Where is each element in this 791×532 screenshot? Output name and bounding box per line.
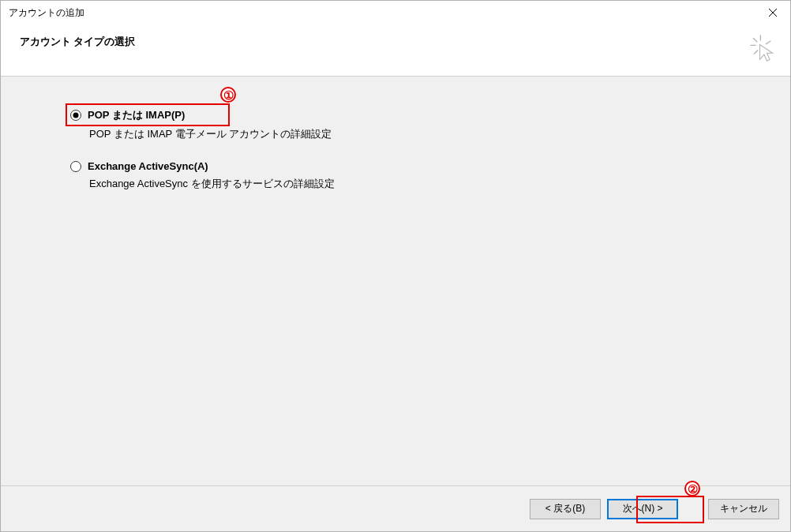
option-pop-imap-desc: POP または IMAP 電子メール アカウントの詳細設定: [89, 127, 790, 141]
radio-pop-imap[interactable]: [70, 110, 81, 121]
svg-line-5: [754, 51, 758, 54]
content-area: POP または IMAP(P) POP または IMAP 電子メール アカウント…: [1, 77, 790, 485]
option-exchange-activesync[interactable]: Exchange ActiveSync(A) Exchange ActiveSy…: [70, 160, 790, 191]
back-button[interactable]: < 戻る(B): [530, 499, 601, 519]
svg-line-6: [753, 38, 757, 42]
option-eas-label: Exchange ActiveSync(A): [88, 160, 208, 172]
radio-eas[interactable]: [70, 161, 81, 172]
cursor-decoration-icon: [749, 34, 778, 62]
account-type-options: POP または IMAP(P) POP または IMAP 電子メール アカウント…: [70, 108, 790, 191]
option-eas-head: Exchange ActiveSync(A): [70, 160, 790, 172]
close-button[interactable]: [755, 1, 790, 24]
window-title: アカウントの追加: [9, 6, 84, 20]
wizard-footer: < 戻る(B) 次へ(N) > キャンセル: [1, 485, 790, 531]
annotation-marker-1: ①: [220, 87, 236, 103]
cancel-button[interactable]: キャンセル: [708, 499, 779, 519]
option-eas-desc: Exchange ActiveSync を使用するサービスの詳細設定: [89, 177, 790, 191]
option-pop-imap[interactable]: POP または IMAP(P) POP または IMAP 電子メール アカウント…: [70, 108, 790, 141]
option-pop-imap-head: POP または IMAP(P): [70, 108, 790, 122]
annotation-marker-2: ②: [684, 481, 700, 496]
titlebar: アカウントの追加: [1, 1, 790, 24]
close-icon: [768, 8, 778, 17]
option-pop-imap-label: POP または IMAP(P): [88, 108, 185, 122]
page-heading: アカウント タイプの選択: [20, 36, 790, 49]
next-button[interactable]: 次へ(N) >: [607, 499, 678, 519]
wizard-header: アカウント タイプの選択: [1, 24, 790, 77]
svg-line-4: [767, 41, 770, 44]
